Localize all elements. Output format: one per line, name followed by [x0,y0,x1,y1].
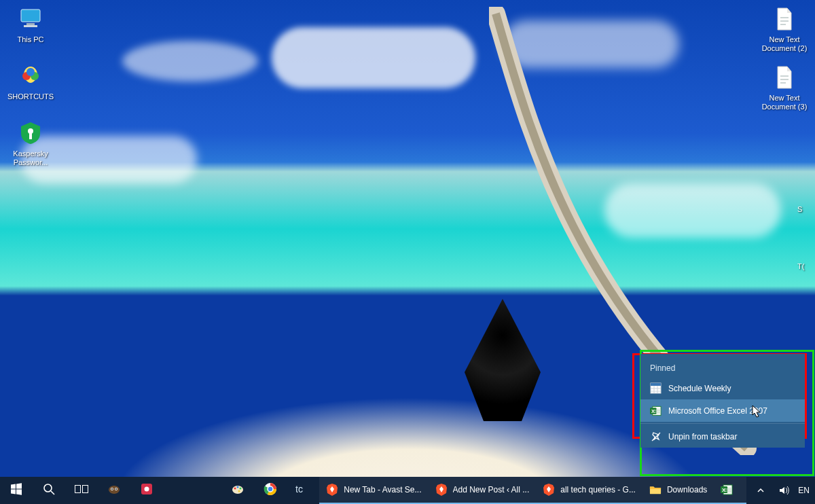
taskbar-task-excel[interactable]: X [714,477,746,504]
svg-text:tc: tc [295,484,303,494]
desktop-icon-label: This PC [4,35,57,44]
jumplist-divider [640,423,805,424]
taskbar: tc New Tab - Avast Se...Add New Post ‹ A… [0,477,815,504]
svg-point-41 [237,486,239,488]
brave-icon [543,484,555,496]
svg-point-35 [111,488,113,490]
desktop-icon-newtext3[interactable]: New Text Document (3) [758,64,811,111]
wallpaper-cloud [272,27,475,88]
gimp-icon [107,482,121,499]
taskbar-task-label: all tech queries - G... [560,485,636,494]
desktop[interactable]: This PCSHORTCUTSKaspersky Passwor...New … [0,0,815,477]
excel-app-icon: X [721,484,733,496]
svg-point-5 [26,68,35,76]
desktop-icon-label: New Text Document (3) [758,94,811,111]
txt-icon [770,5,799,33]
taskview-icon [75,484,88,497]
excel-app-icon: X [650,405,662,416]
wallpaper-cloud [122,41,258,82]
taskbar-search-button[interactable] [33,477,65,504]
system-tray: EN [746,477,815,504]
jumplist-header: Pinned [640,359,805,377]
taskbar-start-button[interactable] [0,477,33,504]
monitor-icon [16,5,45,33]
desktop-icon-label: SHORTCUTS [4,92,57,101]
appred-icon [140,482,153,499]
taskbar-task-label: Add New Post ‹ All ... [453,485,530,494]
taskbar-tera-button[interactable]: tc [287,477,319,504]
xls-doc-icon [650,382,662,394]
taskbar-task-brave-techq[interactable]: all tech queries - G... [536,477,642,504]
taskbar-task-label: New Tab - Avast Se... [344,485,421,494]
chrome-icon [264,482,277,499]
cursor-icon [752,405,761,418]
volume-icon[interactable] [775,477,793,504]
jumplist: Pinned Schedule WeeklyXMicrosoft Office … [640,354,805,448]
svg-point-42 [240,488,242,490]
jumplist-unpin[interactable]: Unpin from taskbar [640,425,805,448]
desktop-icon-this-pc[interactable]: This PC [4,5,57,44]
taskbar-task-brave-newtab[interactable]: New Tab - Avast Se... [319,477,428,504]
taskbar-app-red-button[interactable] [130,477,163,504]
svg-point-28 [44,484,52,492]
svg-text:X: X [651,408,655,414]
svg-line-29 [51,491,54,494]
svg-point-40 [234,488,236,490]
jumplist-item-ms-excel-2007[interactable]: XMicrosoft Office Excel 2007 [640,399,805,422]
desktop-icon-truncated[interactable]: T( [797,262,815,270]
taskbar-task-brave-addpost[interactable]: Add New Post ‹ All ... [429,477,537,504]
svg-text:X: X [722,487,726,493]
desktop-icon-label: New Text Document (2) [758,35,811,53]
txt-icon [770,64,799,91]
brave-icon [435,484,448,496]
jumplist-unpin-label: Unpin from taskbar [668,432,737,442]
shortcuts-icon [16,62,45,90]
taskbar-task-label: Downloads [667,485,707,494]
tera-icon: tc [295,482,310,499]
svg-rect-31 [83,486,88,493]
taskbar-paint-button[interactable] [221,477,254,504]
jumplist-item-label: Schedule Weekly [668,384,731,393]
language-indicator[interactable]: EN [798,486,810,495]
jumplist-item-schedule-weekly[interactable]: Schedule Weekly [640,377,805,399]
kaspersky-icon [16,120,45,147]
unpin-icon [650,431,662,442]
svg-rect-2 [24,25,37,27]
svg-rect-7 [29,132,32,139]
desktop-icon-shortcuts[interactable]: SHORTCUTS [4,62,57,101]
svg-rect-30 [75,486,81,493]
folder-icon [649,484,662,496]
paint-icon [231,482,244,499]
svg-point-36 [115,488,117,490]
desktop-icon-kaspersky[interactable]: Kaspersky Passwor... [4,120,57,167]
svg-rect-15 [651,383,661,386]
svg-point-38 [145,487,149,492]
desktop-icon-newtext2[interactable]: New Text Document (2) [758,5,811,53]
svg-point-32 [109,486,120,494]
taskbar-gimp-button[interactable] [98,477,130,504]
svg-rect-1 [26,23,35,25]
svg-rect-0 [21,10,40,22]
svg-point-43 [238,490,240,492]
taskbar-taskview-button[interactable] [65,477,98,504]
win-icon [10,483,22,498]
tray-chevron-up[interactable] [752,477,769,504]
taskbar-task-explorer-dl[interactable]: Downloads [642,477,714,504]
taskbar-chrome-button[interactable] [254,477,287,504]
brave-icon [326,484,338,496]
search-icon [43,483,55,498]
desktop-icon-label: Kaspersky Passwor... [4,149,57,167]
desktop-icon-truncated[interactable]: S [797,205,815,213]
